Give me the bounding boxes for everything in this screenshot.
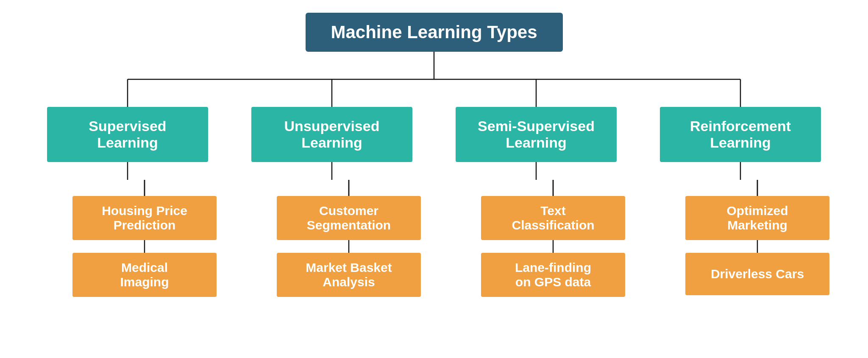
level2-node-lane: Lane-finding on GPS data	[481, 253, 625, 297]
diagram-container: Machine Learning Types Supervised Learni…	[0, 0, 868, 358]
level2-node-housing: Housing Price Prediction	[72, 196, 217, 240]
level2-node-market: Market Basket Analysis	[277, 253, 421, 297]
level2-node-customer: Customer Segmentation	[277, 196, 421, 240]
level1-col-supervised: Supervised LearningHousing Price Predict…	[30, 107, 225, 297]
level2-group-unsupervised: Customer SegmentationMarket Basket Analy…	[234, 196, 429, 297]
level2-node-driverless: Driverless Cars	[685, 253, 829, 295]
level1-col-reinforcement: Reinforcement LearningOptimized Marketin…	[643, 107, 838, 297]
level2-node-medical: Medical Imaging	[72, 253, 217, 297]
level2-group-semi: Text ClassificationLane-finding on GPS d…	[439, 196, 634, 297]
level1-node-reinforcement: Reinforcement Learning	[660, 107, 821, 162]
root-label: Machine Learning Types	[331, 22, 537, 42]
level1-node-supervised: Supervised Learning	[47, 107, 208, 162]
level2-group-supervised: Housing Price PredictionMedical Imaging	[30, 196, 225, 297]
level2-group-reinforcement: Optimized MarketingDriverless Cars	[643, 196, 838, 295]
level1-col-unsupervised: Unsupervised LearningCustomer Segmentati…	[234, 107, 429, 297]
level1-row: Supervised LearningHousing Price Predict…	[0, 107, 868, 297]
root-node: Machine Learning Types	[306, 13, 563, 52]
level2-node-marketing: Optimized Marketing	[685, 196, 829, 240]
level1-node-unsupervised: Unsupervised Learning	[251, 107, 412, 162]
level2-node-text: Text Classification	[481, 196, 625, 240]
level1-col-semi: Semi-Supervised LearningText Classificat…	[439, 107, 634, 297]
level1-node-semi: Semi-Supervised Learning	[456, 107, 617, 162]
